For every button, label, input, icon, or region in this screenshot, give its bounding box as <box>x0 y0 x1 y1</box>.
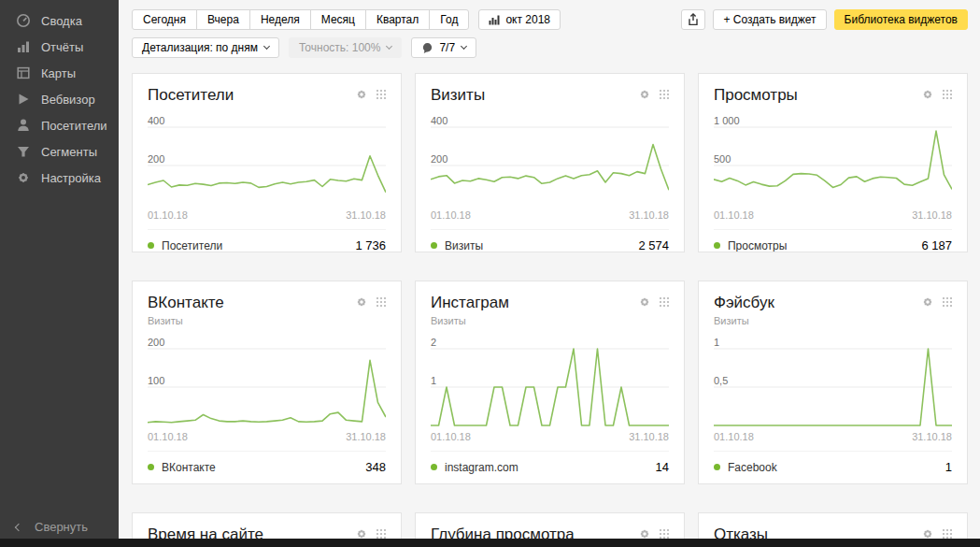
period-month-button[interactable]: Месяц <box>311 10 366 29</box>
legend-label[interactable]: Просмотры <box>728 239 787 252</box>
sidebar-item-label: Отчёты <box>41 40 83 54</box>
precision-dropdown[interactable]: Точность: 100% <box>289 37 402 58</box>
widgets-grid: Посетители 400 200 01.10.18 31.10.18 Пос… <box>132 73 968 547</box>
widget-settings-gear-icon[interactable] <box>355 88 368 101</box>
widget-drag-handle-icon[interactable] <box>660 297 669 307</box>
legend-dot-icon <box>714 464 720 470</box>
widget-drag-handle-icon[interactable] <box>376 90 386 99</box>
y-axis-tick: 400 <box>148 115 164 126</box>
legend-dot-icon <box>431 242 437 249</box>
legend-dot-icon <box>431 464 437 470</box>
funnel-icon <box>16 144 31 159</box>
legend-total: 2 574 <box>638 238 669 252</box>
bottom-taskbar-strip <box>0 539 980 547</box>
period-quarter-button[interactable]: Квартал <box>366 10 430 29</box>
widget-drag-handle-icon[interactable] <box>660 90 669 99</box>
sidebar-collapse-button[interactable]: Свернуть <box>16 520 88 534</box>
widget-drag-handle-icon[interactable] <box>376 529 386 539</box>
widget-card-facebook: Фэйсбук Визиты 1 0,5 01.10.18 31.10.18 F… <box>698 281 968 484</box>
widget-settings-gear-icon[interactable] <box>921 88 934 101</box>
speech-bubble-icon <box>421 42 433 54</box>
sidebar-item-label: Вебвизор <box>41 93 95 107</box>
legend-label[interactable]: Посетители <box>162 239 222 252</box>
export-icon <box>687 13 700 26</box>
collapse-label: Свернуть <box>35 520 88 534</box>
widget-settings-gear-icon[interactable] <box>921 295 934 309</box>
period-year-button[interactable]: Год <box>430 10 468 29</box>
y-axis-tick: 200 <box>148 337 164 348</box>
widget-drag-handle-icon[interactable] <box>660 529 669 539</box>
sidebar-item-label: Карты <box>41 66 76 80</box>
legend-total: 6 187 <box>921 238 952 252</box>
line-chart <box>148 338 386 427</box>
y-axis-tick: 500 <box>714 153 731 165</box>
y-axis-tick: 1 <box>714 337 719 348</box>
sidebar-item-summary[interactable]: Сводка <box>0 7 119 34</box>
legend-label[interactable]: ВКонтакте <box>162 461 216 474</box>
period-week-button[interactable]: Неделя <box>250 10 311 29</box>
legend-label[interactable]: Визиты <box>445 239 483 252</box>
legend-label[interactable]: Facebook <box>728 461 777 474</box>
sidebar-item-reports[interactable]: Отчёты <box>0 34 119 60</box>
period-yesterday-button[interactable]: Вчера <box>197 10 250 29</box>
sidebar-item-label: Сегменты <box>41 145 97 159</box>
legend-dot-icon <box>148 464 154 470</box>
widget-title: Посетители <box>148 86 234 105</box>
legend-dot-icon <box>148 242 154 249</box>
person-icon <box>16 118 31 133</box>
widget-subtitle: Визиты <box>431 315 669 326</box>
main-content: Сегодня Вчера Неделя Месяц Квартал Год о… <box>119 0 980 547</box>
x-axis-end: 31.10.18 <box>346 431 386 442</box>
widget-card-instagram: Инстаграм Визиты 2 1 01.10.18 31.10.18 i… <box>415 281 685 484</box>
widget-drag-handle-icon[interactable] <box>376 297 386 307</box>
period-today-button[interactable]: Сегодня <box>133 10 197 29</box>
histogram-calendar-icon <box>489 14 500 25</box>
sidebar-item-label: Посетители <box>41 119 107 133</box>
x-axis-start: 01.10.18 <box>148 431 188 442</box>
toolbar-right-group: + Создать виджет Библиотека виджетов <box>681 9 968 30</box>
play-icon <box>16 92 31 107</box>
sidebar-item-visitors[interactable]: Посетители <box>0 112 119 138</box>
sidebar-item-label: Настройка <box>41 171 101 185</box>
period-toolbar: Сегодня Вчера Неделя Месяц Квартал Год о… <box>132 9 968 30</box>
widget-drag-handle-icon[interactable] <box>943 297 952 307</box>
y-axis-tick: 400 <box>431 115 447 126</box>
widget-card-vkontakte: ВКонтакте Визиты 200 100 01.10.18 31.10.… <box>132 281 402 484</box>
legend-label[interactable]: instagram.com <box>445 461 518 474</box>
sidebar-item-settings[interactable]: Настройка <box>0 165 119 191</box>
widget-drag-handle-icon[interactable] <box>943 90 952 99</box>
sidebar-item-maps[interactable]: Карты <box>0 60 119 86</box>
sidebar: Сводка Отчёты Карты Вебвизор Посетители <box>0 0 119 547</box>
chevron-left-icon <box>15 523 22 530</box>
legend-total: 14 <box>656 460 669 474</box>
widget-library-label: Библиотека виджетов <box>845 13 958 26</box>
widget-library-button[interactable]: Библиотека виджетов <box>834 9 968 30</box>
detail-label: Детализация: по дням <box>142 41 258 54</box>
calendar-period-button[interactable]: окт 2018 <box>478 9 561 30</box>
widget-card-pageviews: Просмотры 1 000 500 01.10.18 31.10.18 Пр… <box>698 73 968 252</box>
x-axis-start: 01.10.18 <box>431 431 471 442</box>
widget-settings-gear-icon[interactable] <box>638 295 651 309</box>
x-axis-end: 31.10.18 <box>629 209 669 221</box>
y-axis-tick: 200 <box>148 153 164 165</box>
detail-dropdown[interactable]: Детализация: по дням <box>132 37 279 58</box>
line-chart <box>714 116 952 206</box>
line-chart <box>431 116 669 206</box>
sidebar-item-label: Сводка <box>41 14 82 28</box>
sidebar-item-segments[interactable]: Сегменты <box>0 138 119 165</box>
widget-title: Инстаграм <box>431 294 509 312</box>
sidebar-item-webvisor[interactable]: Вебвизор <box>0 86 119 112</box>
export-button[interactable] <box>681 9 705 30</box>
widget-settings-gear-icon[interactable] <box>355 295 368 309</box>
widget-title: ВКонтакте <box>148 294 224 312</box>
chevron-down-icon <box>461 42 467 49</box>
create-widget-label: + Создать виджет <box>723 13 816 26</box>
widget-card-visits: Визиты 400 200 01.10.18 31.10.18 Визиты … <box>415 73 685 252</box>
create-widget-button[interactable]: + Создать виджет <box>713 9 826 30</box>
widget-drag-handle-icon[interactable] <box>943 529 952 539</box>
gear-icon <box>16 170 31 185</box>
widget-subtitle: Визиты <box>714 315 952 326</box>
legend-total: 348 <box>365 460 386 474</box>
widget-settings-gear-icon[interactable] <box>638 88 651 101</box>
annotations-dropdown[interactable]: 7/7 <box>411 37 476 58</box>
